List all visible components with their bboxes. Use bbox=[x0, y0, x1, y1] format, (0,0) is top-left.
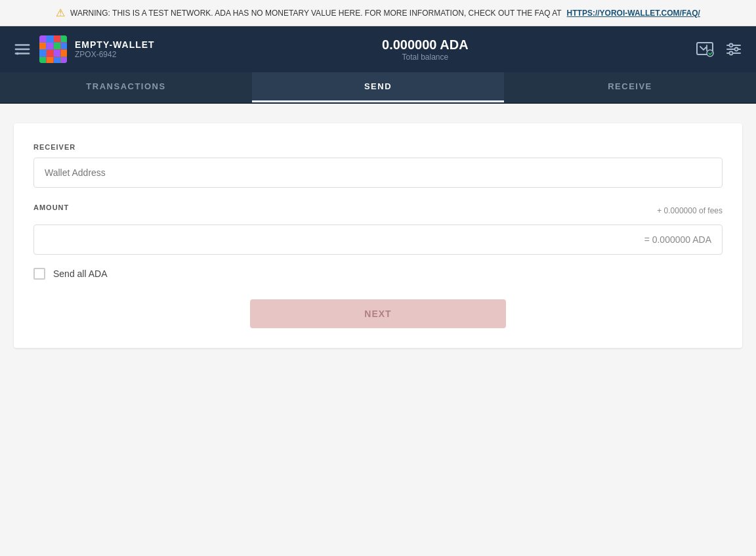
settings-icon[interactable] bbox=[724, 40, 743, 58]
svg-rect-11 bbox=[54, 50, 60, 56]
amount-total: = 0.000000 ADA bbox=[634, 225, 722, 254]
warning-text: WARNING: THIS IS A TEST NETWORK. ADA HAS… bbox=[70, 9, 562, 18]
next-button[interactable]: Next bbox=[250, 299, 506, 328]
send-all-row: Send all ADA bbox=[33, 268, 723, 280]
balance-amount: 0.000000 ADA bbox=[155, 37, 696, 53]
svg-rect-9 bbox=[39, 50, 46, 56]
svg-rect-2 bbox=[47, 35, 53, 42]
header-center: 0.000000 ADA Total balance bbox=[155, 37, 696, 62]
amount-input-wrapper: 0.000000 = 0.000000 ADA bbox=[33, 225, 723, 255]
svg-rect-16 bbox=[61, 57, 67, 63]
svg-point-22 bbox=[730, 44, 733, 47]
warning-banner: ⚠ WARNING: THIS IS A TEST NETWORK. ADA H… bbox=[0, 0, 756, 26]
balance-label: Total balance bbox=[155, 53, 696, 62]
send-receive-icon[interactable] bbox=[696, 40, 714, 58]
svg-rect-15 bbox=[54, 57, 60, 63]
svg-rect-3 bbox=[54, 35, 60, 42]
tab-navigation: TRANSACTIONS SEND RECEIVE bbox=[0, 72, 756, 104]
fees-text: + 0.000000 of fees bbox=[657, 206, 723, 215]
header-left: EMPTY-WALLET ZPOX-6942 bbox=[13, 35, 155, 63]
svg-point-23 bbox=[735, 48, 738, 51]
receiver-label: RECEIVER bbox=[33, 143, 723, 151]
svg-rect-14 bbox=[47, 57, 53, 63]
wallet-id: ZPOX-6942 bbox=[75, 50, 155, 59]
svg-rect-5 bbox=[39, 43, 46, 49]
tab-transactions[interactable]: TRANSACTIONS bbox=[0, 72, 252, 102]
tab-send[interactable]: SEND bbox=[252, 72, 504, 102]
svg-point-0 bbox=[16, 53, 19, 55]
amount-section: AMOUNT + 0.000000 of fees 0.000000 = 0.0… bbox=[33, 203, 723, 255]
svg-rect-6 bbox=[47, 43, 53, 49]
wallet-info: EMPTY-WALLET ZPOX-6942 bbox=[75, 39, 155, 59]
header: EMPTY-WALLET ZPOX-6942 0.000000 ADA Tota… bbox=[0, 26, 756, 72]
svg-rect-10 bbox=[47, 50, 53, 56]
svg-rect-8 bbox=[61, 43, 67, 49]
send-all-label[interactable]: Send all ADA bbox=[53, 268, 108, 279]
svg-rect-7 bbox=[54, 43, 60, 49]
wallet-avatar bbox=[39, 35, 67, 63]
receiver-input[interactable] bbox=[33, 158, 723, 188]
amount-label: AMOUNT bbox=[33, 203, 69, 211]
wallet-name: EMPTY-WALLET bbox=[75, 39, 155, 50]
svg-rect-12 bbox=[61, 50, 67, 56]
tab-receive[interactable]: RECEIVE bbox=[504, 72, 756, 102]
next-btn-wrapper: Next bbox=[33, 299, 723, 328]
warning-link[interactable]: HTTPS://YOROI-WALLET.COM/FAQ/ bbox=[567, 9, 700, 18]
amount-input[interactable]: 0.000000 bbox=[34, 225, 634, 254]
amount-header: AMOUNT + 0.000000 of fees bbox=[33, 203, 723, 218]
send-card: RECEIVER AMOUNT + 0.000000 of fees 0.000… bbox=[14, 123, 742, 348]
svg-rect-4 bbox=[61, 35, 67, 42]
main-content: RECEIVER AMOUNT + 0.000000 of fees 0.000… bbox=[0, 104, 756, 368]
svg-point-24 bbox=[730, 52, 733, 55]
header-right bbox=[696, 40, 743, 58]
svg-point-18 bbox=[707, 50, 713, 56]
warning-icon: ⚠ bbox=[56, 7, 65, 19]
send-all-checkbox[interactable] bbox=[33, 268, 45, 280]
svg-rect-13 bbox=[39, 57, 46, 63]
svg-rect-1 bbox=[39, 35, 46, 42]
menu-icon[interactable] bbox=[13, 40, 32, 58]
